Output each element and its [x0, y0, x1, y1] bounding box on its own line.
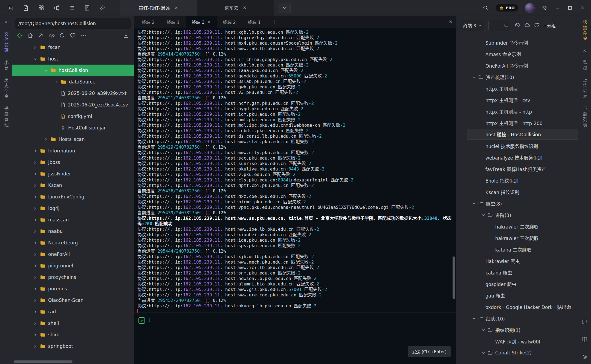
- command-item[interactable]: Kscan 指纹识别: [456, 186, 578, 198]
- refresh-icon[interactable]: [59, 32, 66, 39]
- open-external-icon[interactable]: [38, 32, 44, 39]
- command-group[interactable]: 指纹识别(1): [456, 324, 578, 336]
- terminal-icon[interactable]: [7, 5, 14, 11]
- chevron-down-icon[interactable]: [472, 75, 476, 79]
- terminal-input-area[interactable]: > 1 发送 (Ctrl+Enter): [134, 313, 456, 364]
- close-tab-icon[interactable]: ✕: [174, 5, 178, 10]
- tree-item[interactable]: springboot: [12, 340, 134, 352]
- command-group[interactable]: 资产梳理(10): [456, 71, 578, 83]
- chevron-right-icon[interactable]: [33, 333, 37, 337]
- command-item[interactable]: katana 二次爬取: [456, 244, 578, 255]
- pro-badge[interactable]: PRO: [496, 4, 518, 11]
- chevron-down-icon[interactable]: [482, 328, 485, 332]
- new-file-icon[interactable]: [22, 5, 29, 11]
- sidebar-tab-快捷命令[interactable]: 快捷命令: [583, 20, 587, 42]
- command-item[interactable]: hakrawler 三次爬取: [456, 232, 578, 244]
- tree-item[interactable]: Information: [12, 145, 134, 157]
- tree-item[interactable]: jsssFinder: [12, 168, 134, 180]
- chevron-right-icon[interactable]: [44, 138, 48, 141]
- tree-item[interactable]: hostCollision: [12, 65, 134, 76]
- disable-icon[interactable]: [514, 22, 521, 29]
- chevron-right-icon[interactable]: [33, 253, 37, 256]
- tree-item[interactable]: QiaoShen-Scan: [12, 294, 134, 306]
- terminal-tab[interactable]: 终端 1: [242, 16, 267, 28]
- terminal-tab[interactable]: 终端 2: [217, 16, 242, 28]
- terminal-output[interactable]: 协议:https://, ip:162.105.239.11, host:xgb…: [134, 28, 456, 313]
- sidebar-tab-下载列表[interactable]: 下载列表: [583, 106, 587, 128]
- tree-item[interactable]: shiro: [12, 329, 134, 340]
- chevron-right-icon[interactable]: [33, 287, 37, 291]
- tree-item[interactable]: Neo-reGeorg: [12, 237, 134, 249]
- favorite-icon[interactable]: [70, 32, 76, 39]
- chevron-down-icon[interactable]: [44, 69, 48, 72]
- tree-item[interactable]: config.yml: [12, 111, 134, 122]
- notebook-icon[interactable]: [84, 5, 90, 11]
- command-group[interactable]: 进阶(3): [456, 209, 578, 221]
- chevron-right-icon[interactable]: [33, 241, 37, 245]
- chevron-right-icon[interactable]: [33, 276, 37, 279]
- session-select[interactable]: 终端 3: [460, 20, 485, 31]
- chevron-right-icon[interactable]: [54, 80, 58, 84]
- session-tab[interactable]: 高红-顶红-渗透✕: [120, 0, 197, 16]
- command-item[interactable]: katana 爬虫: [456, 267, 578, 278]
- chevron-right-icon[interactable]: [33, 46, 37, 49]
- path-input[interactable]: [15, 18, 131, 29]
- chevron-right-icon[interactable]: [33, 218, 37, 222]
- terminal-scrollbar[interactable]: [453, 256, 455, 299]
- chevron-right-icon[interactable]: [33, 299, 37, 302]
- command-item[interactable]: gospider 爬虫: [456, 278, 578, 290]
- command-item[interactable]: Ehole 指纹识别: [456, 175, 578, 186]
- horizontal-scrollbar[interactable]: [14, 360, 73, 363]
- tree-item[interactable]: shell: [12, 317, 134, 329]
- settings-icon[interactable]: [581, 354, 588, 360]
- tree-item[interactable]: dataSource: [12, 76, 134, 88]
- chevron-right-icon[interactable]: [33, 195, 37, 199]
- terminal-tab[interactable]: 终端 3✕: [186, 16, 217, 28]
- terminal-input-value[interactable]: 1: [148, 318, 151, 323]
- close-panel-icon[interactable]: ✕: [582, 48, 587, 54]
- tree-item[interactable]: Kscan: [12, 180, 134, 191]
- tree-item[interactable]: rad: [12, 306, 134, 317]
- command-item[interactable]: httpx 主机测活: [456, 83, 578, 94]
- tools-icon[interactable]: [99, 5, 106, 11]
- chevron-down-icon[interactable]: [482, 351, 485, 355]
- tree-item[interactable]: 2025-06-20_a39lv29x.txt: [12, 88, 134, 99]
- command-item[interactable]: httpx 主机测活 - csv: [456, 94, 578, 106]
- tab-list-dropdown[interactable]: [278, 3, 291, 13]
- add-group-button[interactable]: +分组: [543, 22, 555, 29]
- command-item[interactable]: webanalyze 技术服务识别: [456, 152, 578, 163]
- chevron-right-icon[interactable]: [33, 184, 37, 187]
- command-item[interactable]: hakrawler 二次爬取: [456, 221, 578, 232]
- avatar[interactable]: [525, 3, 535, 13]
- chevron-right-icon[interactable]: [33, 172, 37, 176]
- command-item[interactable]: Subfinder 命令示例: [456, 37, 578, 48]
- apps-grid-icon[interactable]: [38, 5, 44, 11]
- locate-icon[interactable]: [16, 32, 23, 39]
- command-group[interactable]: 红队(10): [456, 313, 578, 324]
- command-search-input[interactable]: [488, 20, 511, 31]
- session-tab[interactable]: 京东云✕: [197, 0, 274, 16]
- command-item[interactable]: OneForAll 命令示例: [456, 60, 578, 71]
- sidebar-tab-小易[interactable]: 小易: [4, 60, 8, 71]
- tree-item[interactable]: LinuxEnvConfig: [12, 191, 134, 203]
- chevron-down-icon[interactable]: [472, 317, 476, 320]
- search-icon[interactable]: [482, 5, 489, 11]
- maximize-button[interactable]: [567, 5, 573, 11]
- command-item[interactable]: host 碰撞 - HostCollision: [467, 129, 578, 140]
- tree-item[interactable]: naabu: [12, 226, 134, 237]
- chevron-right-icon[interactable]: [33, 161, 37, 164]
- close-tab-icon[interactable]: ✕: [207, 19, 211, 24]
- tree-item[interactable]: HostCollision.jar: [12, 122, 134, 134]
- new-terminal-button[interactable]: +: [267, 19, 282, 25]
- close-terminal-area-icon[interactable]: ✕: [449, 19, 456, 25]
- tree-item[interactable]: log4j: [12, 203, 134, 214]
- chevron-right-icon[interactable]: [33, 322, 37, 325]
- gear-icon[interactable]: [541, 5, 548, 11]
- preview-icon[interactable]: [48, 32, 55, 39]
- chat-icon[interactable]: [581, 319, 588, 325]
- pipeline-icon[interactable]: [53, 5, 60, 11]
- minimize-button[interactable]: [554, 5, 560, 11]
- chevron-right-icon[interactable]: [33, 149, 37, 153]
- tree-item[interactable]: 2025-06-20_ezc9soc4.csv: [12, 99, 134, 111]
- tree-item[interactable]: proxychains: [12, 271, 134, 283]
